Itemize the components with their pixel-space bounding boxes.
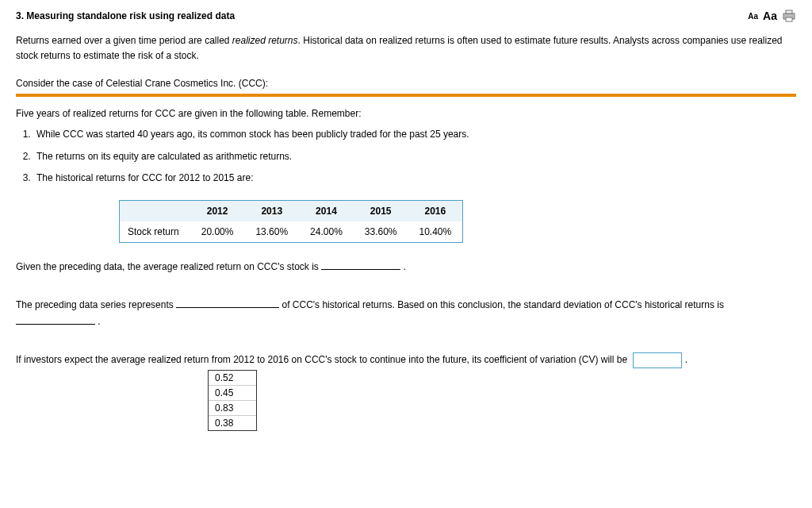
cv-option[interactable]: 0.45 — [209, 385, 256, 400]
list-item: The returns on its equity are calculated… — [33, 149, 796, 164]
cv-option[interactable]: 0.38 — [209, 415, 256, 430]
table-cell: 20.00% — [190, 221, 245, 243]
fill-blank[interactable] — [321, 260, 400, 270]
points-list: While CCC was started 40 years ago, its … — [33, 127, 796, 186]
question-1: Given the preceding data, the average re… — [16, 259, 796, 275]
table-cell: 13.60% — [244, 221, 299, 243]
table-header: 2015 — [354, 200, 408, 221]
question-2: The preceding data series represents of … — [16, 297, 796, 329]
question-3: If investors expect the average realized… — [16, 352, 796, 431]
font-increase-button[interactable]: Aa — [763, 10, 777, 22]
list-item: The historical returns for CCC for 2012 … — [33, 171, 796, 186]
list-item: While CCC was started 40 years ago, its … — [33, 127, 796, 142]
returns-table: 2012 2013 2014 2015 2016 Stock return 20… — [119, 200, 463, 243]
table-header: 2014 — [299, 200, 354, 221]
divider — [16, 94, 796, 97]
table-header: 2013 — [244, 200, 299, 221]
remember-line: Five years of realized returns for CCC a… — [16, 108, 796, 119]
q2-text-a: The preceding data series represents — [16, 299, 176, 310]
q3-text: If investors expect the average realized… — [16, 354, 627, 365]
q2-suffix: . — [98, 316, 100, 327]
q1-text: Given the preceding data, the average re… — [16, 261, 321, 272]
fill-blank[interactable] — [16, 314, 95, 325]
print-icon[interactable] — [782, 10, 796, 22]
svg-rect-1 — [786, 10, 792, 13]
q2-text-b: of CCC's historical returns. Based on th… — [282, 299, 724, 310]
table-cell: 24.00% — [299, 221, 354, 243]
font-decrease-button[interactable]: Aa — [748, 12, 758, 21]
q3-suffix: . — [685, 354, 688, 365]
intro-paragraph: Returns earned over a given time period … — [16, 33, 796, 64]
cv-dropdown-options: 0.52 0.45 0.83 0.38 — [208, 370, 257, 431]
table-header: 2016 — [408, 200, 463, 221]
svg-rect-2 — [786, 17, 792, 21]
q1-suffix: . — [404, 261, 406, 272]
table-cell: 33.60% — [354, 221, 408, 243]
section-title: 3. Measuring standalone risk using reali… — [16, 10, 235, 21]
cv-option[interactable]: 0.52 — [209, 370, 256, 385]
cv-option[interactable]: 0.83 — [209, 400, 256, 415]
table-cell: 10.40% — [408, 221, 463, 243]
table-header: 2012 — [190, 200, 245, 221]
cv-select-box[interactable] — [633, 352, 682, 368]
case-line: Consider the case of Celestial Crane Cos… — [16, 78, 796, 89]
font-controls: Aa Aa — [748, 10, 796, 22]
fill-blank[interactable] — [176, 298, 279, 308]
table-row-label: Stock return — [120, 221, 190, 243]
table-header-blank — [120, 200, 190, 221]
